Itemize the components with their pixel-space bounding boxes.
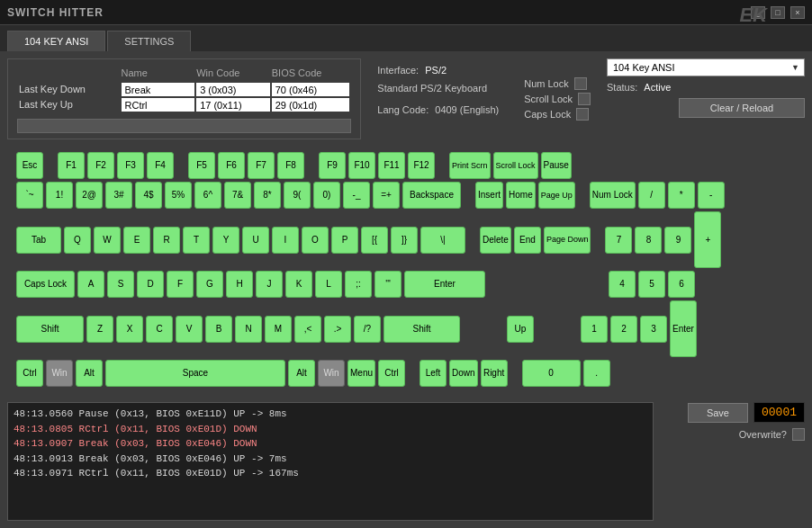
save-button[interactable]: Save [688, 403, 748, 423]
key-q[interactable]: Q [64, 227, 91, 254]
key-period[interactable]: .> [324, 316, 351, 343]
key-f1[interactable]: F1 [58, 152, 85, 179]
tab-104-key-ansi[interactable]: 104 KEY ANSI [7, 31, 105, 51]
key-backslash[interactable]: \| [420, 227, 465, 254]
key-3[interactable]: 3# [105, 182, 132, 209]
key-num0[interactable]: 0 [522, 360, 581, 387]
key-num-minus[interactable]: - [698, 182, 725, 209]
key-lctrl[interactable]: Ctrl [16, 360, 43, 387]
key-x[interactable]: X [116, 316, 143, 343]
key-2[interactable]: 2@ [76, 182, 103, 209]
key-6[interactable]: 6^ [194, 182, 221, 209]
key-space[interactable]: Space [105, 360, 285, 387]
key-esc[interactable]: Esc [16, 152, 43, 179]
key-page-down[interactable]: Page Down [544, 227, 591, 254]
key-i[interactable]: I [272, 227, 299, 254]
key-f10[interactable]: F10 [348, 152, 375, 179]
key-num-enter[interactable]: Enter [670, 300, 697, 357]
key-s[interactable]: S [107, 271, 134, 298]
clear-reload-button[interactable]: Clear / Reload [679, 98, 805, 118]
key-delete[interactable]: Delete [480, 227, 511, 254]
key-insert[interactable]: Insert [475, 182, 503, 209]
key-f5[interactable]: F5 [188, 152, 215, 179]
key-f9[interactable]: F9 [319, 152, 346, 179]
key-tab[interactable]: Tab [16, 227, 61, 254]
key-j[interactable]: J [256, 271, 283, 298]
key-print-scrn[interactable]: Print Scrn [449, 152, 491, 179]
key-slash[interactable]: /? [354, 316, 381, 343]
key-left[interactable]: Left [420, 360, 447, 387]
key-d[interactable]: D [137, 271, 164, 298]
key-e[interactable]: E [123, 227, 150, 254]
keyboard-select-wrapper[interactable]: 104 Key ANSI 87 Key TKL 60% Layout [607, 58, 805, 76]
key-rctrl[interactable]: Ctrl [378, 360, 405, 387]
key-comma[interactable]: ,< [294, 316, 321, 343]
key-semicolon[interactable]: ;: [345, 271, 372, 298]
key-rbracket[interactable]: ]} [391, 227, 418, 254]
key-menu[interactable]: Menu [347, 360, 375, 387]
key-home[interactable]: Home [506, 182, 536, 209]
key-num2[interactable]: 2 [610, 316, 637, 343]
key-l[interactable]: L [315, 271, 342, 298]
key-end[interactable]: End [514, 227, 541, 254]
key-minus[interactable]: -_ [343, 182, 370, 209]
key-rshift[interactable]: Shift [383, 316, 460, 343]
key-num-asterisk[interactable]: * [668, 182, 695, 209]
key-lshift[interactable]: Shift [16, 316, 84, 343]
key-y[interactable]: Y [212, 227, 239, 254]
key-9[interactable]: 9( [284, 182, 311, 209]
key-num9[interactable]: 9 [664, 227, 691, 254]
key-z[interactable]: Z [86, 316, 113, 343]
key-r[interactable]: R [153, 227, 180, 254]
key-f8[interactable]: F8 [277, 152, 304, 179]
key-h[interactable]: H [226, 271, 253, 298]
keyboard-selector[interactable]: 104 Key ANSI 87 Key TKL 60% Layout [607, 58, 805, 76]
key-5[interactable]: 5% [165, 182, 192, 209]
maximize-button[interactable]: □ [771, 6, 785, 19]
key-equal[interactable]: =+ [373, 182, 400, 209]
key-u[interactable]: U [242, 227, 269, 254]
key-g[interactable]: G [196, 271, 223, 298]
key-p[interactable]: P [331, 227, 358, 254]
key-f7[interactable]: F7 [248, 152, 275, 179]
key-rwin[interactable]: Win [318, 360, 345, 387]
key-quote[interactable]: '" [374, 271, 401, 298]
key-lwin[interactable]: Win [46, 360, 73, 387]
key-num-dot[interactable]: . [583, 360, 610, 387]
key-f[interactable]: F [167, 271, 194, 298]
key-num1[interactable]: 1 [581, 316, 608, 343]
key-right[interactable]: Right [481, 360, 508, 387]
key-f6[interactable]: F6 [218, 152, 245, 179]
key-num5[interactable]: 5 [638, 271, 665, 298]
key-ralt[interactable]: Alt [288, 360, 315, 387]
key-a[interactable]: A [77, 271, 104, 298]
tab-settings[interactable]: SETTINGS [107, 31, 191, 51]
key-num4[interactable]: 4 [609, 271, 636, 298]
key-num-lock[interactable]: Num Lock [590, 182, 636, 209]
key-b[interactable]: B [205, 316, 232, 343]
close-button[interactable]: × [790, 6, 805, 19]
key-grave[interactable]: `~ [16, 182, 43, 209]
overwrite-checkbox[interactable] [792, 428, 805, 441]
key-v[interactable]: V [176, 316, 203, 343]
key-page-up[interactable]: Page Up [538, 182, 575, 209]
key-f2[interactable]: F2 [87, 152, 114, 179]
key-caps-lock[interactable]: Caps Lock [16, 271, 75, 298]
key-k[interactable]: K [285, 271, 312, 298]
key-f12[interactable]: F12 [408, 152, 435, 179]
key-t[interactable]: T [183, 227, 210, 254]
key-num3[interactable]: 3 [640, 316, 667, 343]
key-n[interactable]: N [235, 316, 262, 343]
key-enter[interactable]: Enter [404, 271, 485, 298]
key-num7[interactable]: 7 [605, 227, 632, 254]
key-num6[interactable]: 6 [668, 271, 695, 298]
key-down[interactable]: Down [449, 360, 478, 387]
key-pause[interactable]: Pause [541, 152, 572, 179]
key-w[interactable]: W [94, 227, 121, 254]
key-f3[interactable]: F3 [117, 152, 144, 179]
key-num8[interactable]: 8 [635, 227, 662, 254]
key-up[interactable]: Up [507, 316, 534, 343]
key-f11[interactable]: F11 [378, 152, 405, 179]
key-num-slash[interactable]: / [638, 182, 665, 209]
key-lbracket[interactable]: [{ [361, 227, 388, 254]
